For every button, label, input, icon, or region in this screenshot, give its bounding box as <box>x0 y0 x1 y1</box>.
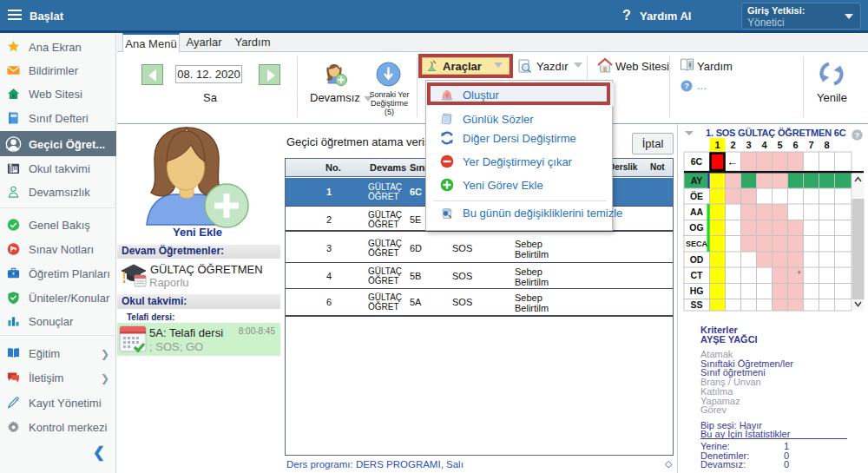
svg-text:6: 6 <box>792 140 798 150</box>
svg-text:AA: AA <box>690 207 704 217</box>
svg-text:4: 4 <box>761 140 767 150</box>
svg-text:?: ? <box>684 82 689 90</box>
svg-text:i: i <box>689 62 691 68</box>
svg-text:OG: OG <box>689 222 703 233</box>
svg-text:5: 5 <box>777 140 782 150</box>
svg-text:3: 3 <box>746 140 751 150</box>
svg-text:OD: OD <box>690 254 704 265</box>
svg-text:SECA: SECA <box>686 240 708 248</box>
svg-text:AY: AY <box>691 175 703 186</box>
svg-text:8: 8 <box>824 140 829 150</box>
svg-text:6C: 6C <box>691 156 703 167</box>
svg-text:ÖE: ÖE <box>690 191 703 201</box>
svg-text:SS: SS <box>690 299 702 310</box>
svg-text:CT: CT <box>691 270 704 280</box>
svg-text:HG: HG <box>690 286 704 296</box>
svg-text:←: ← <box>727 155 738 168</box>
svg-text:+: + <box>797 268 801 277</box>
svg-text:2: 2 <box>730 140 735 150</box>
svg-text:1: 1 <box>714 140 720 150</box>
svg-text:7: 7 <box>808 140 813 150</box>
